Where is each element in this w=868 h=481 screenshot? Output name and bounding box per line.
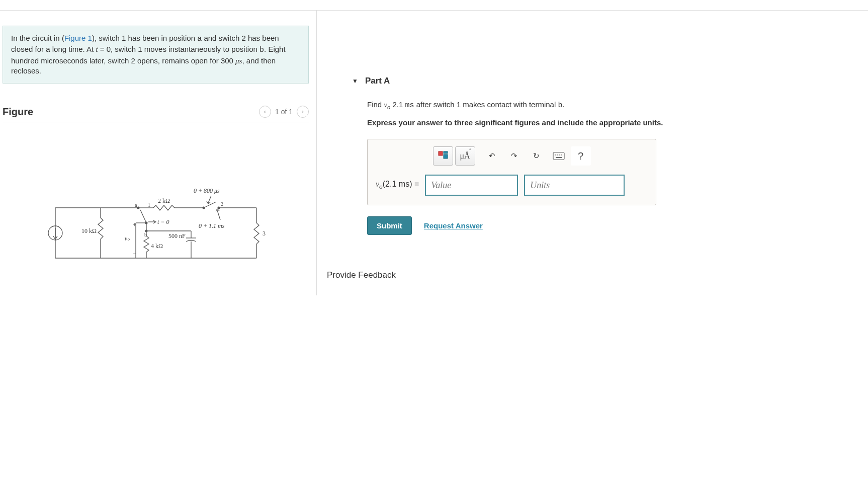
label-vo: vₒ [124,235,129,242]
circuit-diagram: .wire{stroke:#555;stroke-width:1.3;fill:… [3,183,309,278]
svg-rect-32 [439,151,443,155]
problem-text: In the circuit in ( [11,34,64,42]
units-button[interactable]: μÅ° [455,146,475,166]
problem-text: = 0, switch 1 moves instantaneously to p… [98,45,259,53]
answer-row: vo(2.1 ms) = [376,175,648,196]
position-a: a [197,35,202,43]
units-input[interactable] [524,175,625,196]
part-header[interactable]: ▼ Part A [352,76,858,86]
reset-button[interactable]: ↻ [527,146,547,166]
svg-point-38 [559,154,560,155]
prev-figure-button[interactable]: ‹ [259,106,271,118]
instruction-text: Express your answer to three significant… [367,118,858,127]
redo-button[interactable]: ↷ [504,146,525,166]
right-panel: ▼ Part A Find vo 2.1 ms after switch 1 m… [317,11,868,295]
svg-rect-35 [553,152,564,159]
unit-ms: ms [405,101,414,110]
label-c500: 500 nF [168,232,186,239]
templates-button[interactable] [433,146,453,166]
label-t0: t = 0 [157,218,169,225]
label-r10k: 10 kΩ [81,227,97,234]
action-row: Submit Request Answer [367,216,858,235]
position-b: b [259,46,264,54]
unit-mus: μs [235,57,242,65]
value-input[interactable] [425,175,518,196]
svg-rect-34 [444,154,448,158]
lhs-arg: (2.1 ms) = [383,180,419,188]
svg-point-39 [561,154,562,155]
svg-line-19 [217,210,220,220]
answer-lhs: vo(2.1 ms) = [376,180,419,191]
help-button[interactable]: ? [571,146,591,166]
label-r2k: 2 kΩ [158,197,170,204]
part-label: Part A [365,76,390,86]
submit-button[interactable]: Submit [367,216,412,235]
keyboard-button[interactable] [549,146,569,166]
label-s1: 1 [148,202,150,208]
figure-title: Figure [3,106,33,118]
lhs-sub: o [379,183,383,190]
svg-point-36 [555,154,556,155]
q-text: Find [367,100,384,109]
provide-feedback-link[interactable]: Provide Feedback [327,270,858,280]
question-block: Find vo 2.1 ms after switch 1 makes cont… [367,100,858,127]
q-text: 2.1 [390,100,405,109]
svg-line-10 [140,210,146,223]
label-a: a [135,202,137,208]
label-s2: 2 [221,201,223,207]
q-text: . [562,100,564,109]
svg-line-18 [208,196,211,203]
undo-button[interactable]: ↶ [482,146,502,166]
svg-rect-40 [556,157,562,158]
label-r3k: 3 kΩ [263,230,267,237]
figure-header: Figure ‹ 1 of 1 › [3,104,309,122]
label-r4k: 4 kΩ [151,243,163,250]
next-figure-button[interactable]: › [297,106,309,118]
answer-box: μÅ° ↶ ↷ ↻ ? vo(2.1 ms) = [367,139,656,205]
problem-statement: In the circuit in (Figure 1), switch 1 h… [3,26,309,84]
figure-nav: ‹ 1 of 1 › [259,106,309,118]
request-answer-link[interactable]: Request Answer [424,221,483,230]
svg-point-37 [557,154,558,155]
answer-toolbar: μÅ° ↶ ↷ ↻ ? [376,146,648,166]
label-sw2time: 0 + 800 μs [194,187,220,194]
left-panel: In the circuit in (Figure 1), switch 1 h… [0,11,317,295]
figure-counter: 1 of 1 [275,108,293,116]
q-text: after switch 1 makes contact with termin… [414,100,558,109]
problem-text: ), switch 1 has been in position [92,34,197,42]
label-sw2close: 0 + 1.1 ms [199,222,225,229]
figure-link[interactable]: Figure 1 [64,34,92,42]
collapse-icon: ▼ [352,77,358,85]
svg-text:−: − [133,250,136,257]
svg-rect-33 [444,151,448,153]
